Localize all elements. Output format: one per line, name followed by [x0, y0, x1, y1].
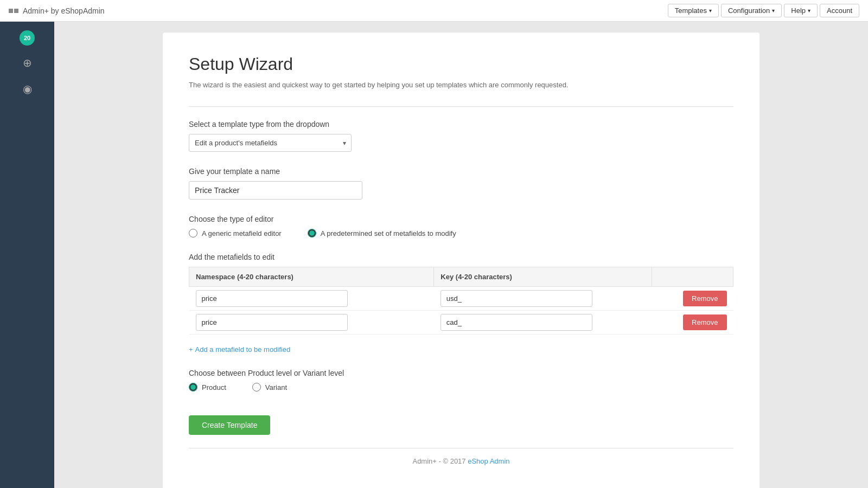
footer-link[interactable]: eShop Admin	[468, 457, 509, 465]
template-type-section: Select a template type from the dropdown…	[189, 120, 733, 152]
editor-predetermined-label: A predetermined set of metafields to mod…	[321, 229, 456, 237]
template-name-section: Give your template a name	[189, 167, 733, 200]
page-title: Setup Wizard	[189, 54, 733, 74]
col-namespace-header: Namespace (4-20 characters)	[189, 267, 434, 287]
brand-text: Admin+ by eShopAdmin	[23, 7, 105, 15]
editor-type-radio-group: A generic metafield editor A predetermin…	[189, 229, 733, 237]
key-cell-2	[434, 311, 652, 335]
key-input-1[interactable]	[441, 290, 592, 307]
footer-text: Admin+ - © 2017	[412, 457, 468, 465]
remove-button-2[interactable]: Remove	[683, 314, 726, 330]
create-template-button[interactable]: Create Template	[189, 415, 270, 435]
key-input-2[interactable]	[441, 314, 592, 331]
chevron-down-icon: ▾	[772, 8, 775, 14]
product-option[interactable]: Product	[189, 383, 226, 391]
editor-predetermined-option[interactable]: A predetermined set of metafields to mod…	[308, 229, 456, 237]
template-type-label: Select a template type from the dropdown	[189, 120, 733, 129]
metafields-label: Add the metafields to edit	[189, 253, 733, 261]
template-name-label: Give your template a name	[189, 167, 733, 176]
metafields-section: Add the metafields to edit Namespace (4-…	[189, 253, 733, 354]
main-content: Setup Wizard The wizard is the easiest a…	[54, 22, 868, 488]
chevron-down-icon: ▾	[808, 8, 810, 14]
product-radio[interactable]	[189, 383, 197, 391]
col-remove-header	[652, 267, 733, 287]
editor-generic-option[interactable]: A generic metafield editor	[189, 229, 282, 237]
product-level-section: Choose between Product level or Variant …	[189, 369, 733, 391]
product-level-label: Choose between Product level or Variant …	[189, 369, 733, 377]
namespace-input-1[interactable]	[196, 290, 348, 307]
footer: Admin+ - © 2017 eShop Admin	[189, 448, 733, 474]
editor-predetermined-radio[interactable]	[308, 229, 316, 237]
namespace-cell-1	[189, 287, 434, 311]
table-row: Remove	[189, 311, 733, 335]
page-subtitle: The wizard is the easiest and quickest w…	[189, 81, 733, 89]
metafields-table: Namespace (4-20 characters) Key (4-20 ch…	[189, 267, 733, 335]
table-row: Remove	[189, 287, 733, 311]
plus-icon[interactable]: ⊕	[18, 54, 36, 72]
variant-label: Variant	[265, 383, 287, 391]
template-type-select[interactable]: Edit a product's metafields Edit a varia…	[189, 134, 352, 152]
namespace-input-2[interactable]	[196, 314, 348, 331]
sidebar: 20 ⊕ ◉	[0, 22, 54, 488]
namespace-cell-2	[189, 311, 434, 335]
editor-type-label: Choose the type of editor	[189, 215, 733, 223]
top-navigation: Admin+ by eShopAdmin Templates ▾ Configu…	[0, 0, 868, 22]
template-name-input[interactable]	[189, 181, 362, 200]
eye-icon[interactable]: ◉	[18, 80, 36, 98]
editor-generic-label: A generic metafield editor	[202, 229, 282, 237]
key-cell-1	[434, 287, 652, 311]
configuration-button[interactable]: Configuration ▾	[721, 4, 782, 17]
product-level-radio-group: Product Variant	[189, 383, 733, 391]
templates-button[interactable]: Templates ▾	[668, 4, 719, 17]
help-button[interactable]: Help ▾	[784, 4, 818, 17]
brand: Admin+ by eShopAdmin	[9, 7, 105, 15]
product-label: Product	[202, 383, 226, 391]
remove-cell-2: Remove	[652, 311, 733, 335]
add-metafield-link[interactable]: + Add a metafield to be modified	[189, 345, 290, 354]
col-key-header: Key (4-20 characters)	[434, 267, 652, 287]
add-metafield-label: Add a metafield to be modified	[195, 345, 291, 354]
editor-generic-radio[interactable]	[189, 229, 197, 237]
sidebar-badge: 20	[20, 30, 35, 46]
remove-cell-1: Remove	[652, 287, 733, 311]
table-header-row: Namespace (4-20 characters) Key (4-20 ch…	[189, 267, 733, 287]
divider	[189, 106, 733, 107]
remove-button-1[interactable]: Remove	[683, 291, 726, 306]
brand-icon	[9, 9, 18, 13]
chevron-down-icon: ▾	[709, 8, 712, 14]
variant-option[interactable]: Variant	[252, 383, 287, 391]
editor-type-section: Choose the type of editor A generic meta…	[189, 215, 733, 237]
nav-buttons: Templates ▾ Configuration ▾ Help ▾ Accou…	[668, 4, 859, 17]
template-type-dropdown-wrapper: Edit a product's metafields Edit a varia…	[189, 134, 352, 152]
account-button[interactable]: Account	[820, 4, 859, 17]
variant-radio[interactable]	[252, 383, 261, 391]
plus-sign-icon: +	[189, 345, 193, 354]
content-card: Setup Wizard The wizard is the easiest a…	[163, 33, 760, 488]
